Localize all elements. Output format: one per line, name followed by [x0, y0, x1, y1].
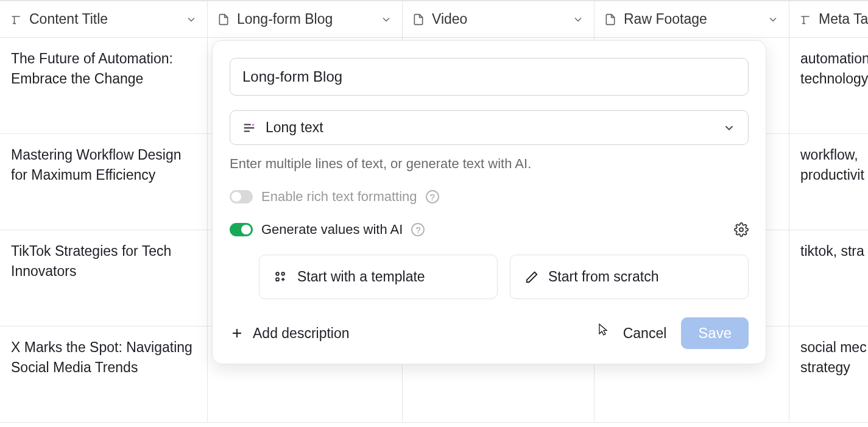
text-type-icon [10, 13, 22, 26]
chevron-down-icon[interactable] [572, 13, 584, 26]
table-cell[interactable]: TikTok Strategies for Tech Innovators [0, 230, 208, 326]
long-text-icon [242, 121, 256, 135]
field-type-select[interactable]: Long text [230, 110, 749, 145]
chevron-down-icon[interactable] [767, 13, 779, 26]
start-scratch-button[interactable]: Start from scratch [510, 255, 749, 299]
cell-text: TikTok Strategies for Tech Innovators [11, 243, 171, 279]
chevron-down-icon[interactable] [185, 13, 197, 26]
ai-generate-toggle-row: Generate values with AI ? [230, 222, 749, 238]
column-header-label: Long-form Blog [237, 11, 333, 27]
pencil-icon [525, 270, 538, 284]
ai-generate-label: Generate values with AI [261, 222, 403, 238]
column-header-label: Video [432, 11, 467, 27]
svg-rect-3 [276, 278, 279, 281]
chevron-down-icon [722, 121, 736, 135]
table-cell[interactable]: The Future of Automation: Embrace the Ch… [0, 38, 208, 134]
start-template-label: Start with a template [297, 269, 425, 285]
rich-text-toggle[interactable] [230, 190, 253, 203]
table-cell[interactable]: automation technology [789, 38, 868, 134]
column-header-meta-tags[interactable]: Meta Ta [789, 1, 868, 38]
cell-text: workflow, productivit [800, 147, 864, 183]
plus-icon [230, 326, 244, 341]
ai-generate-toggle[interactable] [230, 223, 253, 236]
help-icon[interactable]: ? [411, 223, 425, 236]
column-header-longform-blog[interactable]: Long-form Blog [208, 1, 403, 38]
start-scratch-label: Start from scratch [548, 269, 658, 285]
cell-text: The Future of Automation: Embrace the Ch… [11, 51, 173, 86]
column-header-label: Raw Footage [624, 11, 707, 27]
attachment-type-icon [217, 13, 230, 26]
help-icon[interactable]: ? [426, 190, 439, 203]
save-button[interactable]: Save [681, 317, 749, 349]
svg-point-2 [281, 272, 284, 275]
field-config-popup: Long text Enter multiple lines of text, … [212, 40, 766, 364]
add-description-button[interactable]: Add description [230, 325, 350, 342]
svg-point-0 [739, 228, 743, 231]
text-type-icon [799, 13, 811, 26]
table-cell[interactable]: social mec strategy [789, 326, 868, 423]
rich-text-label: Enable rich text formatting [261, 189, 417, 205]
cell-text: X Marks the Spot: Navigating Social Medi… [11, 339, 192, 375]
start-template-button[interactable]: Start with a template [259, 255, 498, 299]
table-cell[interactable]: tiktok, stra [789, 230, 868, 326]
cell-text: tiktok, stra [800, 243, 864, 259]
ai-option-row: Start with a template Start from scratch [230, 255, 749, 299]
column-header-raw-footage[interactable]: Raw Footage [595, 1, 789, 38]
column-header-label: Meta Ta [819, 11, 868, 27]
table-cell[interactable]: X Marks the Spot: Navigating Social Medi… [0, 326, 208, 423]
cell-text: Mastering Workflow Design for Maximum Ef… [11, 147, 182, 183]
field-type-label: Long text [266, 119, 323, 136]
add-description-label: Add description [253, 325, 350, 342]
cell-text: automation technology [800, 51, 868, 86]
popup-footer: Add description Cancel Save [230, 317, 749, 349]
svg-point-1 [276, 272, 279, 275]
chevron-down-icon[interactable] [380, 13, 392, 26]
table-cell[interactable]: workflow, productivit [789, 134, 868, 230]
helper-text: Enter multiple lines of text, or generat… [230, 156, 749, 172]
cancel-button[interactable]: Cancel [623, 325, 667, 342]
attachment-type-icon [604, 13, 616, 26]
field-name-input[interactable] [230, 58, 749, 96]
column-header-content-title[interactable]: Content Title [0, 1, 208, 38]
rich-text-toggle-row: Enable rich text formatting ? [230, 189, 749, 205]
column-header-video[interactable]: Video [403, 1, 595, 38]
cell-text: social mec strategy [800, 339, 867, 375]
gear-icon[interactable] [734, 222, 749, 237]
column-header-label: Content Title [29, 11, 108, 27]
attachment-type-icon [412, 13, 425, 26]
template-icon [274, 270, 288, 284]
table-cell[interactable]: Mastering Workflow Design for Maximum Ef… [0, 134, 208, 230]
